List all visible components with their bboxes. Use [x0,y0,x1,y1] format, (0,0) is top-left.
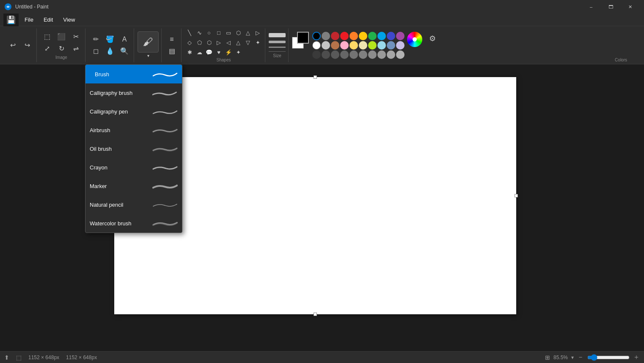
color-g5[interactable] [350,50,358,59]
eyedropper-button[interactable]: 💧 [103,45,117,57]
select-rect-button[interactable]: ⬚ [40,30,54,42]
zoom-slider[interactable] [587,354,630,361]
color-purple[interactable] [396,32,405,40]
save-button[interactable]: 💾 [3,12,19,28]
color-g4[interactable] [340,50,349,59]
eraser-button[interactable]: ◻ [89,45,102,57]
color-selector[interactable] [292,32,309,49]
color-g8[interactable] [377,50,386,59]
color-g1[interactable] [312,50,321,59]
shape-rarrow[interactable]: ▷ [214,38,223,47]
magnify-button[interactable]: 🔍 [118,45,131,57]
color-black[interactable] [312,32,321,40]
shape-diamond[interactable]: ◇ [185,38,194,47]
brush-item-oil-brush[interactable]: Oil brush [85,139,182,158]
flip-button[interactable]: ⇌ [69,42,83,54]
fill-style-button[interactable]: ▤ [165,45,179,57]
zoom-dropdown[interactable]: ▾ [571,355,574,360]
size-4[interactable] [269,51,286,52]
menu-file[interactable]: File [20,15,38,25]
color-lightgray[interactable] [322,41,330,50]
color-g10[interactable] [396,50,405,59]
brush-button[interactable]: 🖌 [138,31,159,53]
stroke-style-button[interactable]: ≡ [165,33,179,45]
shape-darrow[interactable]: ▽ [243,38,253,47]
canvas-handle-bottom[interactable] [314,313,317,316]
color-wheel[interactable] [407,32,422,47]
shape-cloud[interactable]: ☁ [195,47,204,57]
fill-button[interactable]: 🪣 [103,33,117,45]
color-g2[interactable] [322,50,330,59]
pencil-button[interactable]: ✏ [89,33,102,45]
color-lightyellow[interactable] [350,41,358,50]
shape-curve[interactable]: ∿ [195,28,204,37]
undo-button[interactable]: ↩ [6,39,19,51]
redo-button[interactable]: ↪ [20,39,34,51]
brush-item-crayon[interactable]: Crayon [85,158,182,177]
color-blue[interactable] [377,32,386,40]
color-lightblue[interactable] [377,41,386,50]
resize-button[interactable]: ⤢ [40,42,54,54]
brush-dropdown-arrow[interactable]: ▾ [138,53,159,59]
color-yellow[interactable] [359,32,367,40]
shape-star4[interactable]: ✦ [253,38,262,47]
color-g7[interactable] [368,50,377,59]
foreground-color-box[interactable] [297,32,309,44]
crop-button[interactable]: ✂ [69,30,83,42]
color-green[interactable] [368,32,377,40]
shape-rect[interactable]: □ [214,28,223,37]
brush-item-calligraphy-brush[interactable]: Calligraphy brush [85,83,182,102]
shape-bubble[interactable]: 💬 [204,47,214,57]
shape-arrow[interactable]: ⬡ [234,28,243,37]
shape-lightning[interactable]: ⚡ [224,47,233,57]
zoom-in-button[interactable]: ＋ [633,353,640,362]
brush-item-natural-pencil[interactable]: Natural pencil [85,195,182,214]
brush-item-watercolor-brush[interactable]: Watercolor brush [85,214,182,233]
color-white[interactable] [312,41,321,50]
text-button[interactable]: A [118,33,131,45]
color-g6[interactable] [359,50,367,59]
color-lime[interactable] [368,41,377,50]
color-darkred[interactable] [331,32,339,40]
color-gray[interactable] [322,32,330,40]
shape-star6[interactable]: ✱ [185,47,194,57]
window-controls[interactable]: – 🗖 ✕ [581,0,640,14]
canvas-handle-right[interactable] [515,194,518,197]
shape-oval[interactable]: ○ [204,28,214,37]
shape-larrow[interactable]: ◁ [224,38,233,47]
color-cream[interactable] [359,41,367,50]
close-button[interactable]: ✕ [620,0,640,14]
shape-rtri[interactable]: ▷ [253,28,262,37]
fit-button[interactable]: ⊞ [545,354,550,361]
brush-item-calligraphy-pen[interactable]: Calligraphy pen [85,102,182,121]
size-2[interactable] [269,41,286,43]
color-brown[interactable] [331,41,339,50]
color-orange[interactable] [350,32,358,40]
shape-heart[interactable]: ♥ [214,47,223,57]
size-1[interactable] [269,33,286,37]
shape-hex[interactable]: ⬡ [204,38,214,47]
shape-star[interactable]: ✦ [234,47,243,57]
settings-button[interactable]: ⚙ [426,32,439,45]
size-3[interactable] [269,47,286,48]
color-cornflower[interactable] [387,41,395,50]
maximize-button[interactable]: 🗖 [601,0,620,14]
minimize-button[interactable]: – [581,0,601,14]
zoom-out-button[interactable]: － [577,353,584,362]
color-red[interactable] [340,32,349,40]
shape-tri[interactable]: △ [243,28,253,37]
brush-item-brush[interactable]: Brush [85,65,182,83]
color-g3[interactable] [331,50,339,59]
shape-line[interactable]: ╲ [185,28,194,37]
color-g9[interactable] [387,50,395,59]
select-free-button[interactable]: ⬛ [55,30,68,42]
brush-item-airbrush[interactable]: Airbrush [85,121,182,139]
brush-item-marker[interactable]: Marker [85,177,182,195]
rotate-button[interactable]: ↻ [55,42,68,54]
shape-rect2[interactable]: ▭ [224,28,233,37]
shape-penta[interactable]: ⬠ [195,38,204,47]
menu-view[interactable]: View [59,15,79,25]
color-lavender[interactable] [396,41,405,50]
color-indigo[interactable] [387,32,395,40]
shape-uarrow[interactable]: △ [234,38,243,47]
